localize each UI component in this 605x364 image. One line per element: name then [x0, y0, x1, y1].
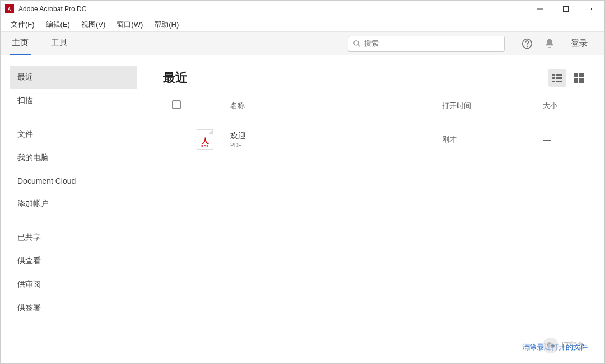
svg-rect-15 [579, 73, 584, 77]
sidebar-item-forreview[interactable]: 供审阅 [10, 273, 137, 296]
svg-rect-9 [556, 74, 562, 76]
menu-help[interactable]: 帮助(H) [150, 18, 183, 31]
menu-window[interactable]: 窗口(W) [112, 18, 147, 31]
list-icon [552, 73, 562, 83]
search-box[interactable] [348, 36, 505, 52]
file-size: — [543, 135, 588, 144]
svg-rect-12 [552, 81, 555, 82]
login-button[interactable]: 登录 [563, 35, 595, 52]
file-time: 刚才 [442, 134, 543, 144]
file-type: PDF [230, 142, 442, 148]
sidebar-item-addaccount[interactable]: 添加帐户 [10, 192, 137, 216]
app-icon [5, 4, 14, 13]
sidebar-item-recent[interactable]: 最近 [10, 66, 137, 89]
column-opened[interactable]: 打开时间 [442, 101, 543, 111]
svg-rect-8 [552, 74, 555, 76]
sidebar-item-files[interactable]: 文件 [10, 123, 137, 146]
view-toggle [548, 69, 588, 87]
svg-rect-11 [556, 77, 562, 79]
menu-edit[interactable]: 编辑(E) [41, 18, 75, 31]
grid-icon [574, 73, 584, 83]
svg-rect-17 [579, 78, 584, 83]
list-view-button[interactable] [548, 69, 566, 87]
watermark-text: IT宝盒 [562, 340, 584, 351]
search-input[interactable] [364, 39, 500, 48]
tab-tools[interactable]: 工具 [49, 32, 70, 55]
svg-rect-10 [552, 77, 555, 79]
svg-point-7 [527, 46, 528, 46]
sidebar-item-forview[interactable]: 供查看 [10, 249, 137, 273]
close-button[interactable] [579, 1, 604, 17]
sidebar-item-mycomputer[interactable]: 我的电脑 [10, 146, 137, 170]
file-name: 欢迎 [230, 131, 442, 141]
svg-rect-13 [556, 81, 562, 82]
window-controls [527, 1, 604, 17]
select-all-checkbox[interactable] [163, 100, 197, 111]
svg-point-4 [354, 40, 359, 45]
pdf-file-icon: 人 PDF [197, 129, 213, 150]
help-button[interactable] [518, 35, 536, 53]
sidebar-item-shared[interactable]: 已共享 [10, 226, 137, 249]
title-bar: Adobe Acrobat Pro DC [1, 1, 604, 17]
toolbar: 主页 工具 登录 [1, 32, 604, 55]
sidebar-item-documentcloud[interactable]: Document Cloud [10, 170, 137, 192]
svg-rect-14 [574, 73, 578, 77]
search-icon [353, 40, 361, 48]
menu-view[interactable]: 视图(V) [77, 18, 110, 31]
grid-view-button[interactable] [570, 69, 588, 87]
table-row[interactable]: 人 PDF 欢迎 PDF 刚才 — [163, 119, 588, 160]
svg-rect-1 [564, 7, 569, 12]
sidebar-item-forsign[interactable]: 供签署 [10, 296, 137, 320]
svg-line-5 [358, 44, 360, 46]
menu-bar: 文件(F) 编辑(E) 视图(V) 窗口(W) 帮助(H) [1, 17, 604, 32]
tab-home[interactable]: 主页 [10, 32, 31, 55]
content-area: 最近 扫描 文件 我的电脑 Document Cloud 添加帐户 已共享 供查… [1, 55, 604, 363]
notifications-button[interactable] [541, 35, 559, 53]
menu-file[interactable]: 文件(F) [6, 18, 39, 31]
minimize-button[interactable] [527, 1, 553, 17]
svg-rect-18 [173, 101, 180, 109]
watermark: IT宝盒 [543, 338, 584, 353]
sidebar-item-scan[interactable]: 扫描 [10, 89, 137, 113]
main-panel: 最近 名称 打开时间 大小 [146, 55, 604, 363]
column-size[interactable]: 大小 [543, 101, 588, 111]
window-title: Adobe Acrobat Pro DC [18, 5, 527, 13]
svg-rect-16 [574, 78, 578, 83]
table-header: 名称 打开时间 大小 [163, 96, 588, 119]
column-name[interactable]: 名称 [230, 101, 442, 111]
sidebar: 最近 扫描 文件 我的电脑 Document Cloud 添加帐户 已共享 供查… [1, 55, 146, 363]
wechat-icon [543, 338, 559, 353]
page-title: 最近 [163, 69, 548, 86]
maximize-button[interactable] [553, 1, 579, 17]
